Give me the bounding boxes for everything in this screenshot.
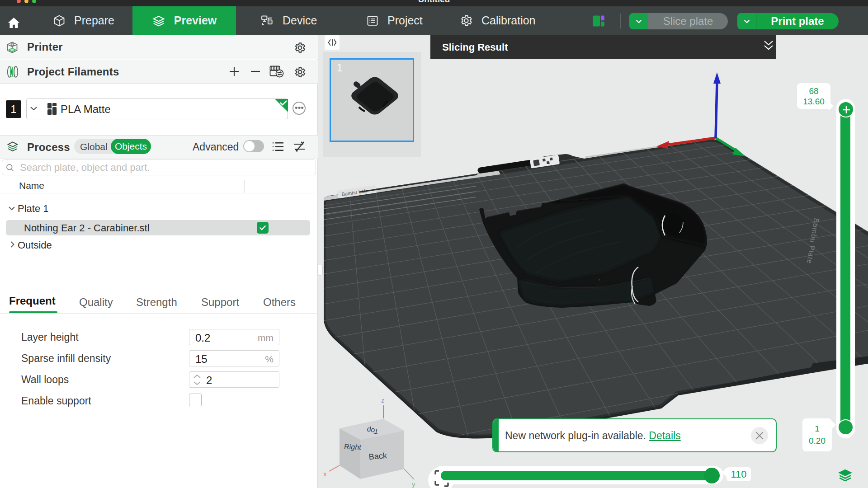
svg-text:z: z: [381, 396, 385, 404]
svg-text:Back: Back: [368, 451, 388, 461]
svg-text:y: y: [412, 480, 415, 488]
svg-text:Right: Right: [344, 442, 362, 451]
svg-text:x: x: [323, 470, 327, 478]
